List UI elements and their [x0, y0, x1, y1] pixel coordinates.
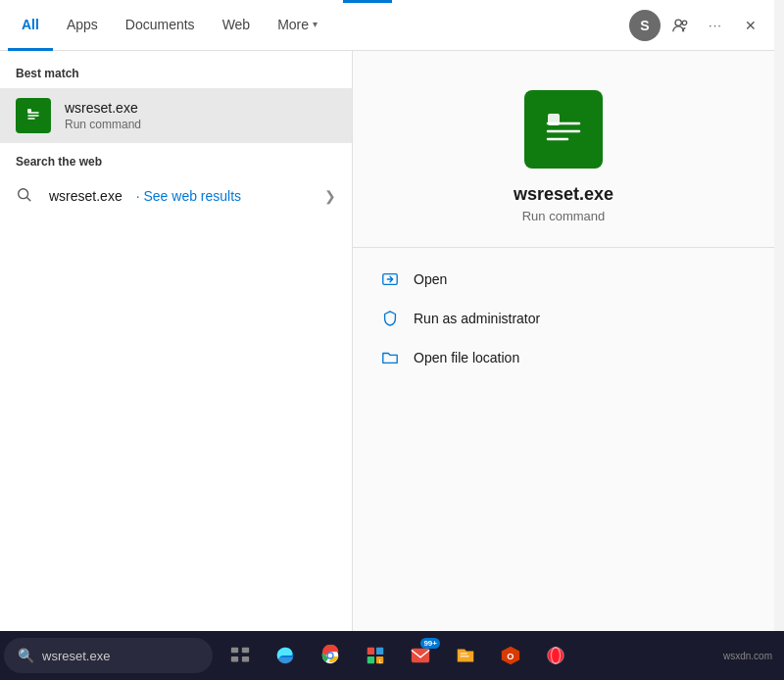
svg-rect-21: [412, 649, 429, 663]
svg-rect-9: [242, 648, 249, 654]
taskbar-search-box[interactable]: 🔍: [4, 638, 213, 673]
avatar[interactable]: S: [629, 10, 661, 41]
tab-documents[interactable]: Documents: [112, 0, 209, 51]
see-web-results: · See web results: [136, 188, 241, 204]
taskbar-chrome-btn[interactable]: [309, 634, 352, 677]
action-open-location[interactable]: Open file location: [372, 338, 755, 377]
svg-point-15: [328, 654, 333, 658]
office-icon: O: [500, 645, 521, 666]
web-search-label: Search the web: [0, 155, 352, 176]
svg-rect-16: [368, 648, 374, 655]
taskbar-search-icon: 🔍: [18, 648, 34, 663]
svg-rect-3: [27, 109, 31, 113]
taskbar-files-btn[interactable]: [444, 634, 487, 677]
action-run-admin[interactable]: Run as administrator: [372, 299, 755, 338]
svg-rect-11: [242, 656, 249, 662]
svg-point-4: [19, 189, 28, 199]
content-area: Best match wsreset.exe Run command Searc…: [0, 51, 774, 680]
taskbar-office-btn[interactable]: O: [489, 634, 532, 677]
opera-icon: [545, 645, 566, 666]
tab-apps[interactable]: Apps: [53, 0, 112, 51]
sys-tray: wsxdn.com: [723, 651, 780, 661]
tab-more[interactable]: More ▾: [264, 0, 331, 51]
result-text: wsreset.exe Run command: [65, 100, 336, 131]
folder-icon: [380, 348, 400, 367]
web-section: Search the web wsreset.exe · See web res…: [0, 155, 352, 216]
open-location-label: Open file location: [414, 350, 519, 365]
sys-tray-text: wsxdn.com: [723, 651, 772, 661]
shield-icon: [380, 309, 400, 328]
tab-web[interactable]: Web: [209, 0, 265, 51]
people-icon-btn[interactable]: [664, 10, 696, 41]
right-edge: [774, 0, 784, 680]
best-match-label: Best match: [0, 67, 352, 88]
svg-rect-23: [461, 656, 469, 656]
result-name: wsreset.exe: [65, 100, 336, 116]
taskbar-search-input[interactable]: [42, 649, 199, 663]
header-actions: S ··· ✕: [629, 10, 766, 41]
store-icon: [22, 104, 45, 127]
svg-text:O: O: [507, 652, 514, 661]
web-query-text: wsreset.exe: [49, 188, 122, 204]
detail-name: wsreset.exe: [514, 184, 613, 205]
launcher-icon: L: [365, 645, 386, 666]
taskbar-launcher-btn[interactable]: L: [354, 634, 397, 677]
search-window: All Apps Documents Web More ▾ S: [0, 0, 774, 680]
svg-rect-10: [231, 656, 238, 662]
result-subtitle: Run command: [65, 118, 336, 131]
detail-app-icon: [524, 90, 603, 169]
taskbar-edge-btn[interactable]: [264, 634, 307, 677]
taskbar-view-btn[interactable]: [219, 634, 262, 677]
svg-point-1: [682, 21, 687, 25]
detail-subtitle: Run command: [522, 209, 606, 223]
close-button[interactable]: ✕: [735, 10, 766, 41]
action-open[interactable]: Open: [372, 260, 755, 299]
chrome-icon: [319, 645, 341, 666]
tab-all[interactable]: All: [8, 0, 53, 51]
files-icon: [455, 645, 476, 666]
taskview-icon: [229, 645, 251, 666]
taskbar: 🔍: [0, 631, 784, 680]
tab-bar: All Apps Documents Web More ▾ S: [0, 0, 774, 51]
svg-rect-5: [538, 104, 589, 155]
open-label: Open: [414, 271, 447, 287]
action-list: Open Run as administrator: [353, 260, 774, 377]
svg-rect-22: [461, 653, 467, 654]
svg-rect-8: [231, 648, 238, 654]
more-options-btn[interactable]: ···: [700, 10, 731, 41]
edge-icon: [274, 645, 296, 666]
svg-rect-17: [376, 648, 383, 655]
app-icon: [16, 98, 51, 133]
taskbar-opera-btn[interactable]: [534, 634, 577, 677]
detail-store-icon: [538, 104, 589, 155]
people-icon: [671, 17, 689, 34]
svg-point-0: [675, 20, 681, 25]
taskbar-icons: L 99+ O: [219, 634, 577, 677]
right-panel: wsreset.exe Run command Open: [353, 51, 774, 680]
search-glass-icon: [16, 186, 35, 206]
run-admin-label: Run as administrator: [414, 311, 540, 326]
open-icon: [380, 269, 400, 289]
top-accent: [343, 0, 392, 3]
taskbar-notif-btn[interactable]: 99+: [399, 634, 442, 677]
svg-rect-18: [368, 656, 374, 663]
left-panel: Best match wsreset.exe Run command Searc…: [0, 51, 353, 680]
web-search-item[interactable]: wsreset.exe · See web results ❯: [0, 176, 352, 216]
best-match-item[interactable]: wsreset.exe Run command: [0, 88, 352, 143]
arrow-right-icon: ❯: [324, 188, 336, 204]
chevron-down-icon: ▾: [313, 19, 318, 29]
divider: [353, 247, 774, 248]
notif-count: 99+: [420, 638, 440, 649]
svg-rect-6: [548, 114, 560, 125]
